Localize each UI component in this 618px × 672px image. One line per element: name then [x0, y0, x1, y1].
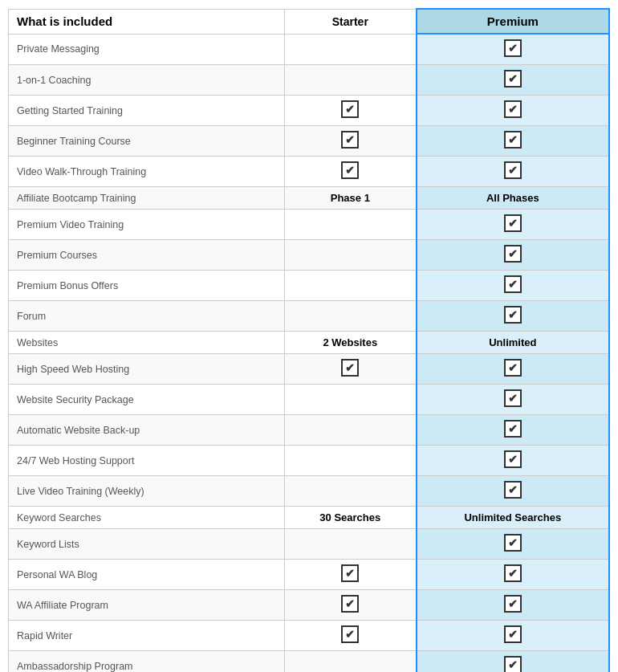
starter-cell: [284, 651, 416, 673]
check-icon: [504, 359, 522, 377]
table-row: Rapid Writer: [9, 621, 610, 651]
check-icon: [341, 595, 359, 613]
table-row: Live Video Training (Weekly): [9, 476, 610, 507]
feature-cell: WA Affiliate Program: [9, 590, 285, 621]
check-icon: [504, 595, 522, 613]
feature-cell: Website Security Package: [9, 385, 285, 415]
starter-cell: [284, 65, 416, 96]
starter-cell: [284, 34, 416, 65]
check-icon: [504, 70, 522, 88]
premium-cell: [417, 126, 609, 157]
table-row: Affiliate Bootcamp TrainingPhase 1All Ph…: [9, 187, 610, 210]
check-icon: [341, 564, 359, 582]
table-row: Getting Started Training: [9, 96, 610, 126]
feature-cell: Premium Courses: [9, 240, 285, 271]
table-row: Forum: [9, 301, 610, 332]
starter-cell: [284, 126, 416, 157]
check-icon: [504, 245, 522, 263]
feature-cell: Keyword Lists: [9, 529, 285, 560]
premium-cell: [417, 651, 609, 673]
check-icon: [504, 534, 522, 552]
check-icon: [341, 131, 359, 149]
starter-cell: [284, 354, 416, 385]
check-icon: [504, 275, 522, 293]
feature-cell: Ambassadorship Program: [9, 651, 285, 673]
starter-cell: [284, 301, 416, 332]
premium-cell: [417, 157, 609, 187]
premium-cell: [417, 210, 609, 240]
starter-cell: [284, 96, 416, 126]
check-icon: [504, 306, 522, 324]
premium-cell: [417, 529, 609, 560]
check-icon: [504, 131, 522, 149]
starter-cell: [284, 476, 416, 507]
table-row: Websites2 WebsitesUnlimited: [9, 332, 610, 354]
table-row: Premium Video Training: [9, 210, 610, 240]
feature-cell: Automatic Website Back-up: [9, 415, 285, 446]
premium-cell: [417, 65, 609, 96]
table-row: Beginner Training Course: [9, 126, 610, 157]
feature-cell: High Speed Web Hosting: [9, 354, 285, 385]
starter-cell: 2 Websites: [284, 332, 416, 354]
feature-cell: Keyword Searches: [9, 507, 285, 529]
table-row: Private Messaging: [9, 34, 610, 65]
premium-cell: [417, 301, 609, 332]
feature-cell: Rapid Writer: [9, 621, 285, 651]
feature-cell: Premium Video Training: [9, 210, 285, 240]
table-row: 1-on-1 Coaching: [9, 65, 610, 96]
table-row: Ambassadorship Program: [9, 651, 610, 673]
premium-cell: [417, 446, 609, 476]
check-icon: [504, 39, 522, 57]
premium-cell: [417, 476, 609, 507]
feature-cell: Private Messaging: [9, 34, 285, 65]
check-icon: [504, 625, 522, 643]
premium-cell: [417, 560, 609, 590]
starter-cell: [284, 385, 416, 415]
starter-cell: [284, 240, 416, 271]
starter-cell: [284, 415, 416, 446]
check-icon: [341, 161, 359, 179]
premium-cell: Unlimited: [417, 332, 609, 354]
feature-cell: Premium Bonus Offers: [9, 271, 285, 301]
feature-cell: Live Video Training (Weekly): [9, 476, 285, 507]
premium-cell: Unlimited Searches: [417, 507, 609, 529]
check-icon: [504, 450, 522, 468]
table-row: Video Walk-Through Training: [9, 157, 610, 187]
col-header-starter: Starter: [284, 9, 416, 34]
starter-cell: [284, 529, 416, 560]
check-icon: [504, 100, 522, 118]
starter-cell: [284, 560, 416, 590]
premium-cell: [417, 385, 609, 415]
table-row: Website Security Package: [9, 385, 610, 415]
premium-cell: [417, 590, 609, 621]
table-row: Automatic Website Back-up: [9, 415, 610, 446]
starter-cell: [284, 446, 416, 476]
feature-cell: Personal WA Blog: [9, 560, 285, 590]
starter-cell: [284, 271, 416, 301]
premium-cell: [417, 34, 609, 65]
feature-cell: Video Walk-Through Training: [9, 157, 285, 187]
check-icon: [341, 625, 359, 643]
premium-cell: [417, 240, 609, 271]
check-icon: [504, 656, 522, 672]
premium-cell: [417, 621, 609, 651]
starter-cell: [284, 157, 416, 187]
feature-cell: Affiliate Bootcamp Training: [9, 187, 285, 210]
feature-cell: Beginner Training Course: [9, 126, 285, 157]
starter-cell: [284, 621, 416, 651]
feature-cell: Websites: [9, 332, 285, 354]
table-row: Premium Courses: [9, 240, 610, 271]
table-row: Personal WA Blog: [9, 560, 610, 590]
check-icon: [504, 420, 522, 438]
check-icon: [504, 389, 522, 407]
premium-cell: [417, 415, 609, 446]
check-icon: [504, 564, 522, 582]
col-header-premium: Premium: [417, 9, 609, 34]
table-row: 24/7 Web Hosting Support: [9, 446, 610, 476]
feature-cell: 1-on-1 Coaching: [9, 65, 285, 96]
feature-cell: Getting Started Training: [9, 96, 285, 126]
check-icon: [504, 161, 522, 179]
check-icon: [504, 214, 522, 232]
feature-cell: Forum: [9, 301, 285, 332]
comparison-table: What is included Starter Premium Private…: [8, 8, 610, 672]
